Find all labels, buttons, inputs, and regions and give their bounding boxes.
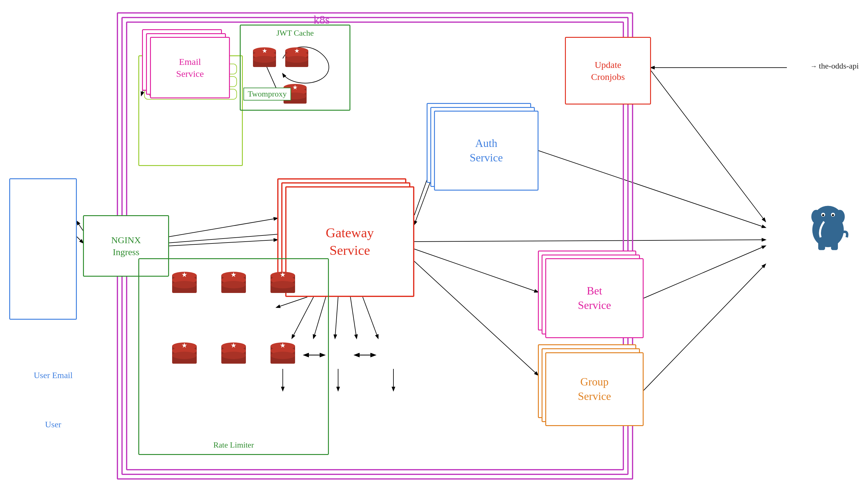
rate-limiter-box: ★ ★ ★ ★: [138, 258, 329, 455]
cronjobs-box: UpdateCronjobs: [565, 37, 651, 105]
auth-box: AuthService: [434, 111, 539, 191]
redis-rl-3: ★: [271, 268, 295, 293]
diagram-container: k8s User Email User NGINXIngress sign-up…: [0, 0, 868, 498]
redis-bottom-row: ★ ★ ★: [172, 339, 295, 364]
svg-rect-37: [818, 241, 825, 250]
svg-line-21: [644, 264, 765, 390]
user-email-label: User Email: [26, 370, 81, 381]
svg-point-32: [835, 210, 845, 223]
redis-rl-4: ★: [172, 339, 197, 364]
odds-api-label: → the-odds-api: [811, 62, 859, 71]
redis-rl-2: ★: [221, 268, 246, 293]
user-label: User: [26, 419, 81, 430]
jwt-label: JWT Cache: [276, 29, 314, 38]
postgres-icon: [803, 203, 853, 252]
redis-top-row: ★ ★ ★: [172, 268, 295, 293]
svg-point-36: [832, 214, 834, 216]
group-box: GroupService: [545, 352, 644, 426]
svg-line-18: [651, 71, 765, 221]
redis-rl-5: ★: [221, 339, 246, 364]
cronjobs-label: UpdateCronjobs: [591, 59, 625, 83]
svg-line-2: [77, 221, 83, 231]
svg-line-20: [644, 246, 765, 298]
email-box: EmailService: [150, 37, 230, 99]
group-label: GroupService: [578, 375, 611, 404]
rate-limiter-label: Rate Limiter: [213, 441, 254, 450]
svg-line-0: [77, 237, 83, 243]
bet-label: BetService: [578, 284, 611, 313]
gateway-label: GatewayService: [326, 224, 374, 259]
redis-rl-1: ★: [172, 268, 197, 293]
svg-rect-38: [831, 241, 838, 250]
redis-jwt-2: ★: [285, 44, 308, 67]
redis-jwt-1: ★: [253, 44, 276, 67]
auth-label: AuthService: [470, 136, 503, 165]
redis-rl-6: ★: [271, 339, 295, 364]
email-label: EmailService: [176, 56, 204, 80]
user-box: User Email User: [9, 178, 77, 320]
svg-point-35: [822, 214, 824, 216]
svg-point-31: [812, 210, 821, 223]
bet-box: BetService: [545, 258, 644, 338]
twomproxy-box: Twomproxy: [244, 88, 291, 101]
nginx-label: NGINXIngress: [111, 234, 141, 258]
